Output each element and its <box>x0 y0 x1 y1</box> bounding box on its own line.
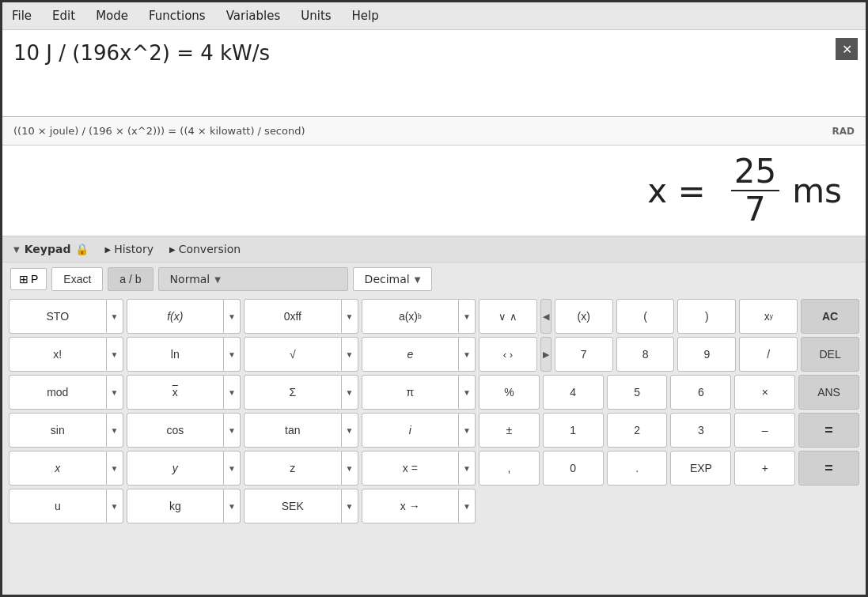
ac-key[interactable]: AC <box>801 299 859 334</box>
pi-key[interactable]: π <box>362 375 460 410</box>
hex-key[interactable]: 0xff <box>244 299 342 334</box>
ln-key[interactable]: ln <box>127 337 225 372</box>
e-dropdown[interactable]: ▼ <box>459 337 476 372</box>
mod-key[interactable]: mod <box>9 375 107 410</box>
exact-button[interactable]: Exact <box>51 267 103 291</box>
key-5[interactable]: 5 <box>607 375 668 410</box>
cos-dropdown[interactable]: ▼ <box>224 413 241 448</box>
u-key[interactable]: u <box>9 489 107 523</box>
percent-key[interactable]: % <box>479 375 540 410</box>
p-button[interactable]: ⊞ P <box>10 268 47 290</box>
lock-icon[interactable]: 🔒 <box>75 243 89 255</box>
key-7[interactable]: 7 <box>555 337 613 372</box>
history-toggle[interactable]: ▶ History <box>104 243 154 255</box>
keypad-collapse-icon[interactable]: ▼ <box>13 245 20 254</box>
plus-key[interactable]: + <box>734 451 795 486</box>
key-2[interactable]: 2 <box>607 413 668 448</box>
clear-button[interactable]: ✕ <box>836 38 858 60</box>
multiply-key[interactable]: × <box>734 375 795 410</box>
sigma-key[interactable]: Σ <box>244 375 342 410</box>
menu-edit[interactable]: Edit <box>49 7 78 25</box>
menu-variables[interactable]: Variables <box>223 7 284 25</box>
i-dropdown[interactable]: ▼ <box>459 413 476 448</box>
key-0[interactable]: 0 <box>543 451 604 486</box>
menu-help[interactable]: Help <box>349 7 382 25</box>
expression-input[interactable] <box>13 41 855 65</box>
key-9[interactable]: 9 <box>677 337 736 372</box>
y-dropdown[interactable]: ▼ <box>224 451 241 486</box>
mod-dropdown[interactable]: ▼ <box>107 375 123 410</box>
left-right-nav[interactable]: ‹ › <box>479 337 537 372</box>
xfact-dropdown[interactable]: ▼ <box>107 337 123 372</box>
menu-file[interactable]: File <box>9 7 35 25</box>
xbar-dropdown[interactable]: ▼ <box>224 375 241 410</box>
key-6[interactable]: 6 <box>670 375 731 410</box>
normal-dropdown[interactable]: Normal ▼ <box>158 267 348 291</box>
key-3[interactable]: 3 <box>670 413 731 448</box>
key-1[interactable]: 1 <box>543 413 604 448</box>
z-key[interactable]: z <box>244 451 342 486</box>
menu-mode[interactable]: Mode <box>93 7 131 25</box>
plusminus-key[interactable]: ± <box>479 413 540 448</box>
open-paren-key[interactable]: ( <box>616 299 675 334</box>
minus-key[interactable]: – <box>734 413 795 448</box>
kg-dropdown[interactable]: ▼ <box>224 489 241 523</box>
xfact-key[interactable]: x! <box>9 337 107 372</box>
cos-key[interactable]: cos <box>127 413 225 448</box>
sqrt-dropdown[interactable]: ▼ <box>342 337 358 372</box>
exp-key[interactable]: EXP <box>670 451 731 486</box>
z-dropdown[interactable]: ▼ <box>342 451 358 486</box>
close-paren-key[interactable]: ) <box>677 299 736 334</box>
xeq-key[interactable]: x = <box>362 451 460 486</box>
sin-key[interactable]: sin <box>9 413 107 448</box>
collapse-right-btn[interactable]: ◀ <box>540 299 552 334</box>
i-key[interactable]: i <box>362 413 460 448</box>
menu-functions[interactable]: Functions <box>146 7 209 25</box>
comma-key[interactable]: , <box>479 451 540 486</box>
sqrt-key[interactable]: √ <box>244 337 342 372</box>
e-key[interactable]: e <box>362 337 460 372</box>
x-dropdown[interactable]: ▼ <box>107 451 123 486</box>
tan-dropdown[interactable]: ▼ <box>342 413 358 448</box>
sto-key[interactable]: STO <box>9 299 107 334</box>
conversion-toggle[interactable]: ▶ Conversion <box>169 243 241 255</box>
collapse-right-btn2[interactable]: ▶ <box>540 337 552 372</box>
ab-button[interactable]: a / b <box>108 267 153 291</box>
right-row-4: ± 1 2 3 – = <box>479 413 859 448</box>
sek-dropdown[interactable]: ▼ <box>342 489 358 523</box>
key-row-5: x ▼ y ▼ z ▼ x = ▼ <box>9 451 476 486</box>
xarrow-dropdown[interactable]: ▼ <box>459 489 476 523</box>
sin-dropdown[interactable]: ▼ <box>107 413 123 448</box>
decimal-key[interactable]: . <box>607 451 668 486</box>
power-key[interactable]: xy <box>739 299 798 334</box>
divide-key[interactable]: / <box>739 337 798 372</box>
y-key[interactable]: y <box>127 451 225 486</box>
up-down-nav[interactable]: ∨ ∧ <box>479 299 537 334</box>
equals-key-2[interactable]: = <box>798 451 859 486</box>
menu-units[interactable]: Units <box>298 7 334 25</box>
del-key[interactable]: DEL <box>801 337 859 372</box>
sigma-dropdown[interactable]: ▼ <box>342 375 358 410</box>
sek-key[interactable]: SEK <box>244 489 342 523</box>
kg-key[interactable]: kg <box>127 489 225 523</box>
fx-dropdown[interactable]: ▼ <box>224 299 241 334</box>
hex-dropdown[interactable]: ▼ <box>342 299 358 334</box>
ans-key[interactable]: ANS <box>798 375 859 410</box>
xbar-key[interactable]: x <box>127 375 225 410</box>
ln-dropdown[interactable]: ▼ <box>224 337 241 372</box>
axb-dropdown[interactable]: ▼ <box>459 299 476 334</box>
decimal-dropdown[interactable]: Decimal ▼ <box>353 267 433 291</box>
pi-dropdown[interactable]: ▼ <box>459 375 476 410</box>
u-dropdown[interactable]: ▼ <box>107 489 123 523</box>
equals-key[interactable]: = <box>798 413 859 448</box>
paren-x-key[interactable]: (x) <box>555 299 613 334</box>
key-8[interactable]: 8 <box>616 337 675 372</box>
x-key[interactable]: x <box>9 451 107 486</box>
tan-key[interactable]: tan <box>244 413 342 448</box>
key-4[interactable]: 4 <box>543 375 604 410</box>
axb-key[interactable]: a(x)b <box>362 299 460 334</box>
fx-key[interactable]: f(x) <box>127 299 225 334</box>
xeq-dropdown[interactable]: ▼ <box>459 451 476 486</box>
sto-dropdown[interactable]: ▼ <box>107 299 123 334</box>
xarrow-key[interactable]: x → <box>362 489 460 523</box>
